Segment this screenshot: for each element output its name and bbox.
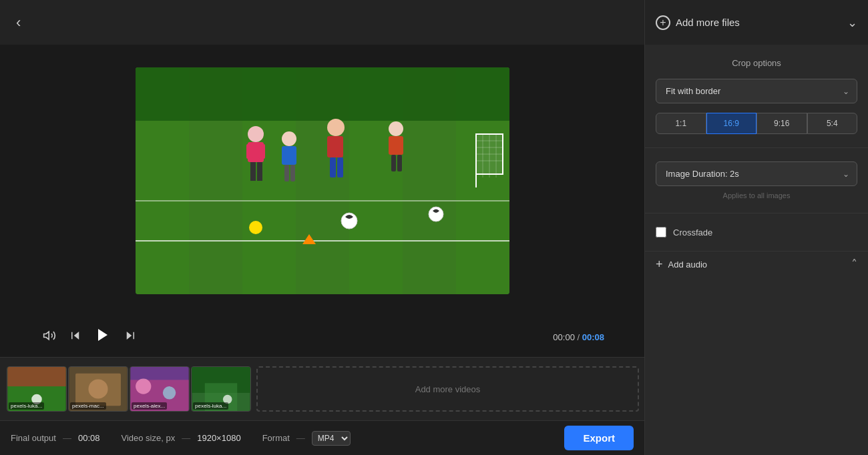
time-separator: / [578,332,582,342]
video-size-dash: — [182,433,190,443]
ratio-16-9-button[interactable]: 16:9 [706,113,757,134]
image-duration-dropdown: Image Duration: 2s Image Duration: 3s Im… [656,161,857,186]
timeline: pexels-luka... pexels-mac... [0,357,644,420]
svg-rect-34 [290,165,295,181]
svg-point-20 [248,126,264,142]
final-output-status: Final output — 00:08 [11,433,99,443]
skip-forward-button[interactable] [122,327,139,348]
svg-rect-24 [246,144,253,159]
final-output-label: Final output [11,433,56,443]
right-panel: Crop options Fit with border Fit without… [644,45,868,455]
time-current: 00:00 [553,332,575,342]
video-size-label: Video size, px [121,433,175,443]
list-item[interactable]: pexels-mac... [68,366,128,412]
thumb-label: pexels-mac... [70,402,106,410]
volume-button[interactable] [40,326,59,348]
add-more-files-button[interactable]: + Add more files [656,15,740,30]
list-item[interactable]: pexels-luka... [191,366,251,412]
svg-point-55 [136,378,151,394]
crossfade-section: Crossfade [645,213,868,252]
format-dash: — [296,433,305,443]
add-more-files-label: Add more files [676,17,740,28]
add-audio-section: + Add audio ˄ [645,252,868,277]
final-output-dash: — [63,433,71,443]
svg-rect-25 [258,144,265,159]
fit-with-border-select[interactable]: Fit with border Fit without border Crop … [656,79,857,103]
ratio-9-16-button[interactable]: 9:16 [756,113,807,134]
list-item[interactable]: pexels-luka... [7,366,67,412]
time-total: 00:08 [582,332,604,342]
svg-rect-22 [250,162,256,181]
svg-rect-6 [136,67,509,121]
back-button[interactable]: ‹ [11,9,26,37]
add-audio-plus-icon: + [656,258,663,272]
crop-options-section: Crop options Fit with border Fit without… [645,45,868,148]
ratio-1-1-button[interactable]: 1:1 [656,113,706,134]
svg-point-31 [282,131,296,146]
thumb-label: pexels-luka... [193,402,228,410]
svg-point-26 [327,119,345,136]
thumb-label: pexels-luka... [9,402,44,410]
video-area: 00:00 / 00:08 pexels-luka... [0,45,644,455]
video-frame [136,67,509,294]
svg-point-56 [163,386,176,399]
chevron-down-button[interactable]: ⌄ [847,15,857,30]
export-button[interactable]: Export [564,426,634,450]
image-duration-select[interactable]: Image Duration: 2s Image Duration: 3s Im… [656,161,857,186]
svg-rect-37 [391,155,396,171]
crop-options-title: Crop options [656,58,857,68]
timeline-track: pexels-luka... pexels-mac... [7,366,251,412]
svg-rect-48 [7,367,65,386]
final-output-value: 00:08 [78,433,100,443]
skip-back-button[interactable] [67,327,84,348]
plus-circle-icon: + [656,15,670,30]
add-audio-label: Add audio [668,260,708,270]
format-select[interactable]: MP4 MOV AVI GIF [312,431,351,446]
svg-point-41 [249,221,262,234]
svg-marker-43 [44,332,49,340]
svg-point-52 [88,379,107,398]
svg-rect-30 [337,157,343,177]
svg-rect-32 [282,146,296,165]
video-thumbnail [136,67,509,294]
fit-with-border-dropdown: Fit with border Fit without border Crop … [656,79,857,103]
svg-rect-36 [389,136,403,155]
play-button[interactable] [92,324,114,350]
svg-rect-23 [257,162,262,181]
video-preview [0,45,644,317]
thumb-label: pexels-alex... [132,402,167,410]
svg-rect-29 [330,157,336,177]
time-display: 00:00 / 00:08 [553,332,604,342]
ratio-buttons: 1:1 16:9 9:16 5:4 [656,113,857,134]
ratio-5-4-button[interactable]: 5:4 [807,113,858,134]
format-status: Format — MP4 MOV AVI GIF [262,431,351,446]
format-label: Format [262,433,290,443]
status-bar: Final output — 00:08 Video size, px — 19… [0,420,644,455]
applies-to-all-text: Applies to all images [656,191,857,199]
video-size-value: 1920×1080 [197,433,240,443]
video-controls: 00:00 / 00:08 [0,317,644,357]
top-bar-right: + Add more files ⌄ [644,0,868,45]
duration-section: Image Duration: 2s Image Duration: 3s Im… [645,148,868,213]
main-content: 00:00 / 00:08 pexels-luka... [0,45,868,455]
svg-rect-28 [327,136,343,157]
crossfade-checkbox[interactable] [656,227,666,238]
collapse-audio-button[interactable]: ˄ [851,257,857,272]
svg-point-35 [389,121,403,136]
add-audio-button[interactable]: + Add audio [656,258,707,272]
svg-marker-45 [98,329,107,341]
list-item[interactable]: pexels-alex... [130,366,190,412]
video-size-status: Video size, px — 1920×1080 [121,433,240,443]
add-more-videos-button[interactable]: Add more videos [256,366,639,412]
top-bar: ‹ + Add more files ⌄ [0,0,868,45]
top-bar-left: ‹ [0,9,644,37]
crossfade-label: Crossfade [673,228,712,238]
svg-rect-38 [397,155,402,171]
svg-rect-33 [284,165,289,181]
svg-point-40 [429,207,443,221]
